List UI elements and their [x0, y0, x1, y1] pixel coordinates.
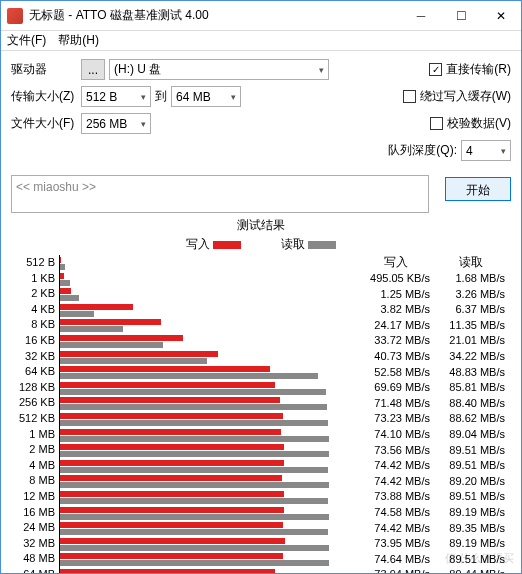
y-tick: 16 KB — [11, 333, 55, 349]
menu-file[interactable]: 文件(F) — [7, 32, 46, 49]
write-bar — [60, 429, 281, 435]
write-bar — [60, 522, 283, 528]
chart-bars — [59, 255, 361, 574]
bar-pair — [60, 335, 361, 351]
write-bar — [60, 382, 275, 388]
app-icon — [7, 8, 23, 24]
read-value: 1.68 MB/s — [436, 271, 505, 287]
write-bar — [60, 413, 283, 419]
y-tick: 128 KB — [11, 380, 55, 396]
bar-pair — [60, 522, 361, 538]
y-tick: 256 KB — [11, 395, 55, 411]
bar-pair — [60, 273, 361, 289]
bar-pair — [60, 366, 361, 382]
bypass-cache-checkbox[interactable]: 绕过写入缓存(W) — [403, 88, 511, 105]
read-value: 89.19 MB/s — [436, 536, 505, 552]
y-tick: 24 MB — [11, 520, 55, 536]
write-value: 73.94 MB/s — [361, 567, 430, 574]
read-value: 89.44 MB/s — [436, 567, 505, 574]
checkbox-icon: ✓ — [429, 63, 442, 76]
y-tick: 4 KB — [11, 302, 55, 318]
start-button[interactable]: 开始 — [445, 177, 511, 201]
write-bar — [60, 553, 283, 559]
titlebar: 无标题 - ATTO 磁盘基准测试 4.00 ─ ☐ ✕ — [1, 1, 521, 31]
checkbox-icon — [430, 117, 443, 130]
read-value: 89.04 MB/s — [436, 427, 505, 443]
read-bar — [60, 467, 328, 473]
minimize-button[interactable]: ─ — [401, 1, 441, 30]
bar-pair — [60, 569, 361, 574]
drive-select[interactable]: (H:) U 盘 ▾ — [109, 59, 329, 80]
y-tick: 64 MB — [11, 567, 55, 574]
bar-pair — [60, 304, 361, 320]
read-value: 85.81 MB/s — [436, 380, 505, 396]
transfer-size-label: 传输大小(Z) — [11, 88, 81, 105]
read-bar — [60, 451, 329, 457]
maximize-button[interactable]: ☐ — [441, 1, 481, 30]
bar-pair — [60, 460, 361, 476]
read-value: 89.51 MB/s — [436, 489, 505, 505]
bar-pair — [60, 319, 361, 335]
read-bar — [60, 545, 329, 551]
write-value: 33.72 MB/s — [361, 333, 430, 349]
y-tick: 1 MB — [11, 427, 55, 443]
verify-data-checkbox[interactable]: 校验数据(V) — [430, 115, 511, 132]
drive-label: 驱动器 — [11, 61, 81, 78]
read-bar — [60, 404, 327, 410]
y-tick: 32 MB — [11, 536, 55, 552]
write-value: 1.25 MB/s — [361, 287, 430, 303]
read-bar — [60, 560, 329, 566]
bar-pair — [60, 397, 361, 413]
write-value: 74.42 MB/s — [361, 521, 430, 537]
write-value: 495.05 KB/s — [361, 271, 430, 287]
y-tick: 64 KB — [11, 364, 55, 380]
write-bar — [60, 335, 183, 341]
write-bar — [60, 304, 133, 310]
direct-transfer-checkbox[interactable]: ✓ 直接传输(R) — [429, 61, 511, 78]
write-value: 74.42 MB/s — [361, 474, 430, 490]
read-value: 88.40 MB/s — [436, 396, 505, 412]
close-button[interactable]: ✕ — [481, 1, 521, 30]
write-value: 69.69 MB/s — [361, 380, 430, 396]
bar-pair — [60, 351, 361, 367]
read-value: 3.26 MB/s — [436, 287, 505, 303]
write-value: 74.64 MB/s — [361, 552, 430, 568]
file-size-label: 文件大小(F) — [11, 115, 81, 132]
browse-drive-button[interactable]: ... — [81, 59, 105, 80]
write-bar — [60, 507, 284, 513]
write-bar — [60, 366, 270, 372]
description-textarea[interactable]: << miaoshu >> — [11, 175, 429, 213]
chevron-down-icon: ▾ — [141, 92, 146, 102]
read-value: 89.19 MB/s — [436, 505, 505, 521]
chevron-down-icon: ▾ — [319, 65, 324, 75]
y-tick: 8 MB — [11, 473, 55, 489]
chevron-down-icon: ▾ — [501, 146, 506, 156]
bar-pair — [60, 257, 361, 273]
menu-help[interactable]: 帮助(H) — [58, 32, 99, 49]
write-bar — [60, 538, 285, 544]
transfer-to-select[interactable]: 64 MB▾ — [171, 86, 241, 107]
write-bar — [60, 444, 284, 450]
read-value: 89.51 MB/s — [436, 443, 505, 459]
y-tick: 2 KB — [11, 286, 55, 302]
read-bar — [60, 311, 94, 317]
results-title: 测试结果 — [11, 217, 511, 234]
read-bar — [60, 420, 328, 426]
y-tick: 12 MB — [11, 489, 55, 505]
y-axis-labels: 512 B1 KB2 KB4 KB8 KB16 KB32 KB64 KB128 … — [11, 255, 59, 574]
bar-pair — [60, 288, 361, 304]
file-size-select[interactable]: 256 MB▾ — [81, 113, 151, 134]
write-value: 74.42 MB/s — [361, 458, 430, 474]
read-value: 6.37 MB/s — [436, 302, 505, 318]
read-value: 89.51 MB/s — [436, 458, 505, 474]
write-value: 73.56 MB/s — [361, 443, 430, 459]
read-legend-chip — [308, 241, 336, 249]
y-tick: 2 MB — [11, 442, 55, 458]
bar-pair — [60, 429, 361, 445]
transfer-from-select[interactable]: 512 B▾ — [81, 86, 151, 107]
write-value: 3.82 MB/s — [361, 302, 430, 318]
write-bar — [60, 460, 284, 466]
write-bar — [60, 491, 284, 497]
bar-pair — [60, 538, 361, 554]
queue-depth-select[interactable]: 4▾ — [461, 140, 511, 161]
